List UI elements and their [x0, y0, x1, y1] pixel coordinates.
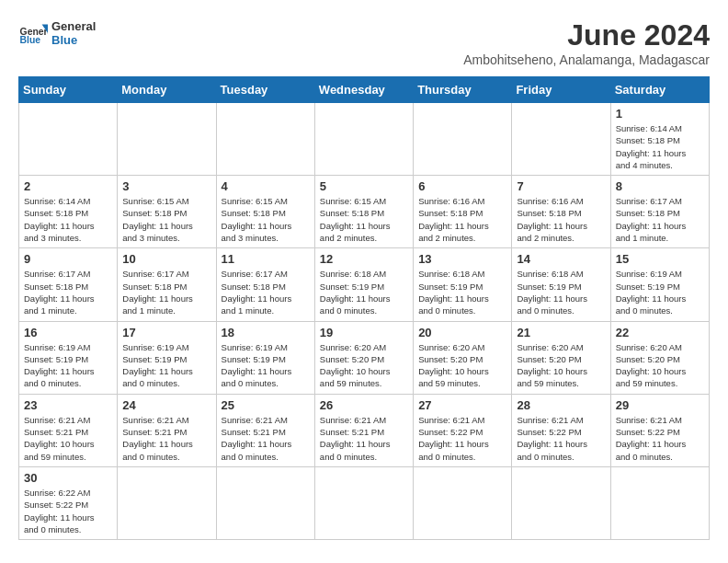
day-number: 1 [616, 107, 704, 121]
day-info: Sunrise: 6:17 AM Sunset: 5:18 PM Dayligh… [122, 268, 210, 316]
day-info: Sunrise: 6:21 AM Sunset: 5:21 PM Dayligh… [122, 414, 210, 463]
day-number: 7 [517, 179, 605, 193]
calendar-cell: 19Sunrise: 6:20 AM Sunset: 5:20 PM Dayli… [314, 321, 413, 394]
calendar-cell: 30Sunrise: 6:22 AM Sunset: 5:22 PM Dayli… [19, 466, 118, 539]
weekday-header-friday: Friday [512, 77, 610, 103]
day-info: Sunrise: 6:16 AM Sunset: 5:18 PM Dayligh… [517, 195, 605, 244]
calendar-cell: 23Sunrise: 6:21 AM Sunset: 5:21 PM Dayli… [19, 394, 118, 466]
day-number: 4 [222, 179, 310, 193]
day-number: 19 [320, 326, 408, 339]
day-info: Sunrise: 6:18 AM Sunset: 5:19 PM Dayligh… [320, 268, 408, 316]
day-info: Sunrise: 6:19 AM Sunset: 5:19 PM Dayligh… [122, 341, 210, 390]
title-area: June 2024 Ambohitseheno, Analamanga, Mad… [463, 18, 710, 67]
calendar-cell: 13Sunrise: 6:18 AM Sunset: 5:19 PM Dayli… [414, 248, 512, 321]
calendar-cell: 11Sunrise: 6:17 AM Sunset: 5:18 PM Dayli… [216, 248, 314, 321]
day-number: 3 [122, 179, 210, 193]
day-number: 5 [320, 179, 408, 193]
calendar-cell [414, 103, 512, 176]
weekday-header-sunday: Sunday [19, 77, 118, 103]
calendar-cell [610, 466, 709, 539]
calendar-cell: 8Sunrise: 6:17 AM Sunset: 5:18 PM Daylig… [610, 176, 709, 248]
logo-general-text: General [51, 19, 96, 33]
day-number: 23 [24, 398, 112, 412]
day-number: 15 [616, 252, 704, 266]
logo-blue-text: Blue [51, 33, 96, 47]
calendar-cell [512, 466, 610, 539]
day-number: 9 [24, 252, 112, 266]
day-info: Sunrise: 6:20 AM Sunset: 5:20 PM Dayligh… [320, 341, 408, 390]
day-info: Sunrise: 6:18 AM Sunset: 5:19 PM Dayligh… [418, 268, 506, 316]
day-number: 17 [122, 326, 210, 339]
day-number: 12 [320, 252, 408, 266]
day-number: 25 [222, 398, 310, 412]
calendar-cell: 21Sunrise: 6:20 AM Sunset: 5:20 PM Dayli… [512, 321, 610, 394]
calendar-cell: 24Sunrise: 6:21 AM Sunset: 5:21 PM Dayli… [118, 394, 216, 466]
day-info: Sunrise: 6:14 AM Sunset: 5:18 PM Dayligh… [24, 195, 112, 244]
calendar-cell: 5Sunrise: 6:15 AM Sunset: 5:18 PM Daylig… [314, 176, 413, 248]
calendar-cell: 25Sunrise: 6:21 AM Sunset: 5:21 PM Dayli… [216, 394, 314, 466]
day-number: 28 [517, 398, 605, 412]
calendar-cell [512, 103, 610, 176]
day-number: 13 [418, 252, 506, 266]
day-number: 8 [616, 179, 704, 193]
day-number: 26 [320, 398, 408, 412]
calendar-cell: 20Sunrise: 6:20 AM Sunset: 5:20 PM Dayli… [414, 321, 512, 394]
calendar-cell: 1Sunrise: 6:14 AM Sunset: 5:18 PM Daylig… [610, 103, 709, 176]
day-number: 30 [24, 471, 112, 485]
calendar-cell: 14Sunrise: 6:18 AM Sunset: 5:19 PM Dayli… [512, 248, 610, 321]
day-number: 16 [24, 326, 112, 339]
day-info: Sunrise: 6:14 AM Sunset: 5:18 PM Dayligh… [616, 122, 704, 171]
day-info: Sunrise: 6:15 AM Sunset: 5:18 PM Dayligh… [222, 195, 310, 244]
calendar-cell [216, 466, 314, 539]
day-info: Sunrise: 6:18 AM Sunset: 5:19 PM Dayligh… [517, 268, 605, 316]
calendar-week-row: 16Sunrise: 6:19 AM Sunset: 5:19 PM Dayli… [19, 321, 710, 394]
calendar-cell: 15Sunrise: 6:19 AM Sunset: 5:19 PM Dayli… [610, 248, 709, 321]
calendar-week-row: 1Sunrise: 6:14 AM Sunset: 5:18 PM Daylig… [19, 103, 710, 176]
calendar-cell: 22Sunrise: 6:20 AM Sunset: 5:20 PM Dayli… [610, 321, 709, 394]
day-info: Sunrise: 6:17 AM Sunset: 5:18 PM Dayligh… [616, 195, 704, 244]
day-info: Sunrise: 6:19 AM Sunset: 5:19 PM Dayligh… [24, 341, 112, 390]
day-number: 10 [122, 252, 210, 266]
calendar-cell: 10Sunrise: 6:17 AM Sunset: 5:18 PM Dayli… [118, 248, 216, 321]
day-info: Sunrise: 6:20 AM Sunset: 5:20 PM Dayligh… [418, 341, 506, 390]
day-info: Sunrise: 6:22 AM Sunset: 5:22 PM Dayligh… [24, 487, 112, 535]
day-info: Sunrise: 6:17 AM Sunset: 5:18 PM Dayligh… [24, 268, 112, 316]
weekday-header-tuesday: Tuesday [216, 77, 314, 103]
day-info: Sunrise: 6:15 AM Sunset: 5:18 PM Dayligh… [122, 195, 210, 244]
calendar-cell: 4Sunrise: 6:15 AM Sunset: 5:18 PM Daylig… [216, 176, 314, 248]
day-number: 6 [418, 179, 506, 193]
calendar-cell [314, 103, 413, 176]
day-info: Sunrise: 6:21 AM Sunset: 5:22 PM Dayligh… [517, 414, 605, 463]
calendar-cell: 18Sunrise: 6:19 AM Sunset: 5:19 PM Dayli… [216, 321, 314, 394]
day-info: Sunrise: 6:15 AM Sunset: 5:18 PM Dayligh… [320, 195, 408, 244]
day-number: 2 [24, 179, 112, 193]
day-info: Sunrise: 6:16 AM Sunset: 5:18 PM Dayligh… [418, 195, 506, 244]
svg-text:Blue: Blue [20, 35, 41, 45]
calendar-cell: 28Sunrise: 6:21 AM Sunset: 5:22 PM Dayli… [512, 394, 610, 466]
weekday-header-row: SundayMondayTuesdayWednesdayThursdayFrid… [19, 77, 710, 103]
calendar-table: SundayMondayTuesdayWednesdayThursdayFrid… [18, 76, 710, 540]
day-info: Sunrise: 6:19 AM Sunset: 5:19 PM Dayligh… [616, 268, 704, 316]
calendar-week-row: 30Sunrise: 6:22 AM Sunset: 5:22 PM Dayli… [19, 466, 710, 539]
day-number: 21 [517, 326, 605, 339]
calendar-cell [19, 103, 118, 176]
day-info: Sunrise: 6:21 AM Sunset: 5:21 PM Dayligh… [222, 414, 310, 463]
weekday-header-monday: Monday [118, 77, 216, 103]
calendar-week-row: 23Sunrise: 6:21 AM Sunset: 5:21 PM Dayli… [19, 394, 710, 466]
calendar-cell: 7Sunrise: 6:16 AM Sunset: 5:18 PM Daylig… [512, 176, 610, 248]
day-number: 24 [122, 398, 210, 412]
calendar-cell [216, 103, 314, 176]
calendar-cell [414, 466, 512, 539]
calendar-cell: 3Sunrise: 6:15 AM Sunset: 5:18 PM Daylig… [118, 176, 216, 248]
day-number: 20 [418, 326, 506, 339]
logo: General Blue General Blue [18, 18, 96, 48]
day-info: Sunrise: 6:21 AM Sunset: 5:21 PM Dayligh… [320, 414, 408, 463]
calendar-cell: 26Sunrise: 6:21 AM Sunset: 5:21 PM Dayli… [314, 394, 413, 466]
calendar-week-row: 2Sunrise: 6:14 AM Sunset: 5:18 PM Daylig… [19, 176, 710, 248]
day-info: Sunrise: 6:21 AM Sunset: 5:22 PM Dayligh… [418, 414, 506, 463]
day-info: Sunrise: 6:20 AM Sunset: 5:20 PM Dayligh… [616, 341, 704, 390]
day-info: Sunrise: 6:20 AM Sunset: 5:20 PM Dayligh… [517, 341, 605, 390]
calendar-cell: 29Sunrise: 6:21 AM Sunset: 5:22 PM Dayli… [610, 394, 709, 466]
day-number: 29 [616, 398, 704, 412]
calendar-cell [118, 466, 216, 539]
